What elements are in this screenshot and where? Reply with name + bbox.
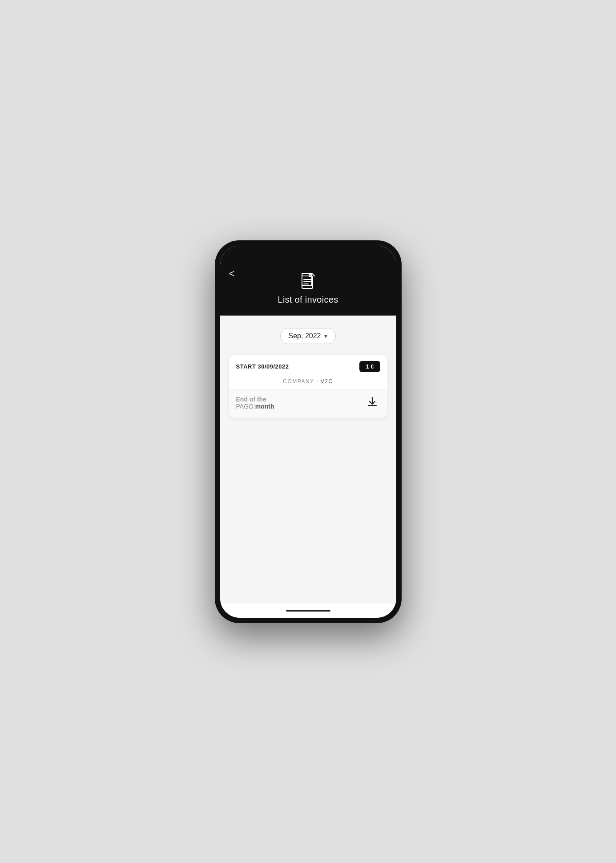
invoice-pago-label: PAGO:	[236, 403, 255, 410]
invoice-card: START 30/09/2022 1 € COMPANY : V2C End o…	[229, 355, 387, 418]
phone-notch	[279, 246, 337, 258]
invoice-card-header: START 30/09/2022 1 €	[229, 355, 387, 377]
date-selector-wrap: Sep, 2022 ▾	[229, 328, 387, 344]
company-label: COMPANY :	[283, 378, 318, 385]
company-value: V2C	[321, 378, 333, 385]
invoice-amount-badge: 1 €	[359, 361, 380, 372]
invoice-pago-info: End of the PAGO:month	[236, 396, 274, 410]
phone-screen: < List of invoices Sep, 2022 ▾	[220, 246, 396, 618]
invoice-company-row: COMPANY : V2C	[229, 377, 387, 389]
document-icon	[298, 271, 318, 291]
phone-frame: < List of invoices Sep, 2022 ▾	[215, 240, 402, 623]
invoice-pago-value: month	[255, 403, 274, 410]
page-title: List of invoices	[278, 295, 338, 305]
invoice-footer: End of the PAGO:month	[229, 389, 387, 418]
invoice-end-of-the: End of the	[236, 396, 274, 403]
date-selector-value: Sep, 2022	[289, 332, 321, 340]
date-selector[interactable]: Sep, 2022 ▾	[280, 328, 336, 344]
back-button[interactable]: <	[229, 268, 235, 280]
chevron-down-icon: ▾	[324, 332, 327, 340]
download-button[interactable]	[364, 394, 380, 412]
invoice-pago-row: PAGO:month	[236, 403, 274, 410]
home-bar	[286, 610, 330, 612]
download-icon	[366, 396, 378, 408]
home-indicator	[220, 604, 396, 618]
invoice-start-label: START 30/09/2022	[236, 363, 289, 370]
content-area: Sep, 2022 ▾ START 30/09/2022 1 € COMPANY…	[220, 316, 396, 604]
